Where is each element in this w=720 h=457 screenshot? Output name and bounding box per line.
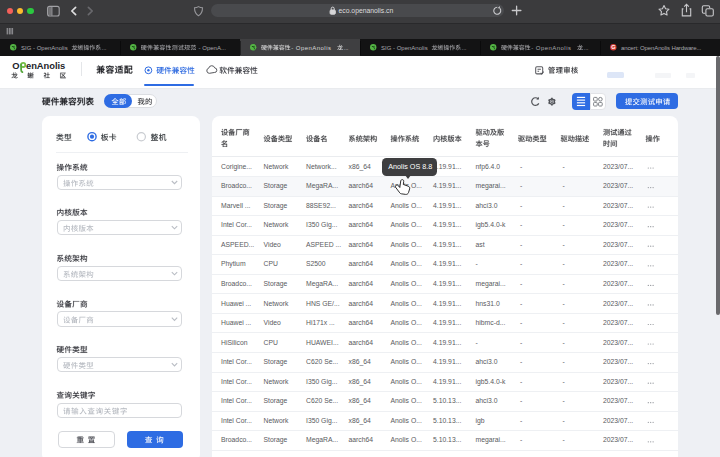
- svg-text:G: G: [611, 44, 615, 50]
